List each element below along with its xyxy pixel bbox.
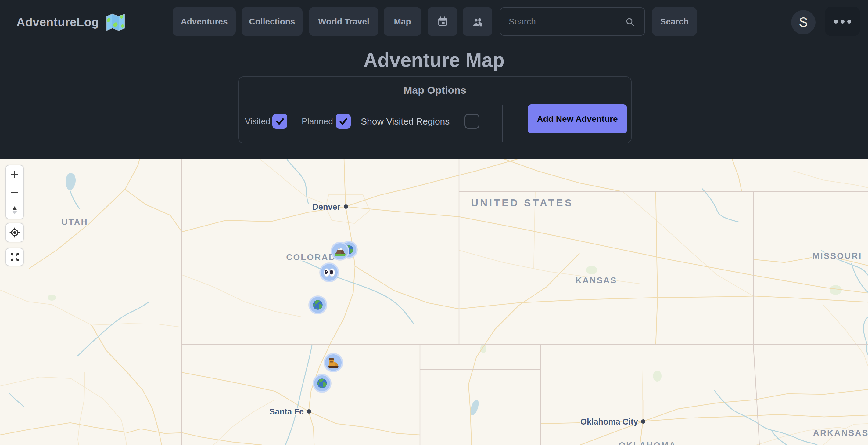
adventurelog-app: { "nav": { "logo_text": "AdventureLog", … [0,0,868,445]
minor-roads [0,159,868,445]
avatar-initial: S [799,14,808,30]
region-label-missouri: MISSOURI [812,251,862,261]
planned-toggle-label: Planned [302,114,333,129]
checkmark-icon [275,116,285,127]
rivers [9,159,868,445]
city-dot [344,205,348,209]
add-new-adventure-button[interactable]: Add New Adventure [528,105,627,134]
mountain-emoji [333,244,347,258]
more-menu-button[interactable] [825,7,860,36]
visited-checkbox[interactable] [272,114,287,129]
city-label: Santa Fe [269,407,304,416]
nav-item-world-travel[interactable]: World Travel [309,7,378,36]
lakes [66,173,480,416]
search-button[interactable]: Search [652,7,697,36]
add-button-label: Add New Adventure [537,114,618,124]
region-label-united-states: UNITED STATES [471,197,573,208]
planned-checkbox[interactable] [336,114,351,129]
app-logo-text: AdventureLog [17,16,99,29]
nav-item-adventures[interactable]: Adventures [173,7,236,36]
app-logo[interactable]: AdventureLog [17,0,126,44]
minus-icon [9,187,20,198]
options-divider [502,105,503,142]
checkmark-icon [338,116,349,127]
fullscreen-icon [9,251,20,263]
fullscreen-button[interactable] [5,248,24,266]
map-options-card: Map Options Visited Planned Show Visited… [238,76,632,144]
zoom-in-button[interactable] [6,166,23,183]
nav-item-label: Collections [249,17,295,27]
user-avatar[interactable]: S [791,10,815,34]
visited-toggle-label: Visited [245,114,271,129]
shared-users-button[interactable] [463,7,492,36]
nav-item-label: World Travel [318,17,369,27]
eyes-emoji [322,266,336,279]
adventure-marker-globe[interactable] [309,296,327,314]
map-canvas[interactable]: UTAH COLORADO UNITED STATES KANSAS MISSO… [0,159,868,445]
nav-item-collections[interactable]: Collections [242,7,303,36]
globe-emoji [316,377,329,390]
compass-button[interactable] [6,201,23,219]
ellipsis-icon [834,20,851,24]
map-options-title: Map Options [239,84,631,96]
hiking-boot-emoji [327,356,340,369]
nav-item-label: Map [394,17,411,27]
navbar: AdventureLog Adventures Collections Worl… [0,0,868,44]
city-label: Oklahoma City [580,417,638,426]
zoom-out-button[interactable] [6,183,23,201]
page-title: Adventure Map [0,49,868,71]
geolocate-button[interactable] [5,223,24,242]
adventure-marker-hiking-boot[interactable] [324,353,343,372]
adventure-marker-eyes[interactable] [320,263,339,282]
search-input[interactable] [500,7,645,36]
major-roads [0,159,868,445]
calendar-icon [436,16,448,28]
map-base-art: UTAH COLORADO UNITED STATES KANSAS MISSO… [0,159,868,445]
globe-emoji [311,298,324,311]
calendar-button[interactable] [428,7,458,36]
city-dot [641,419,645,424]
adventure-marker-globe[interactable] [313,374,331,392]
region-label-utah: UTAH [61,217,88,227]
region-label-arkansas: ARKANSAS [813,428,868,438]
zoom-control-group [5,165,24,219]
city-dot [307,409,311,414]
compass-icon [9,205,20,215]
show-visited-regions-checkbox[interactable] [465,114,479,129]
search-button-label: Search [660,17,689,27]
city-santa-fe: Santa Fe [269,407,311,416]
users-icon [471,15,484,28]
nav-item-map[interactable]: Map [384,7,421,36]
city-oklahoma-city: Oklahoma City [580,417,645,426]
adventure-marker-mountain[interactable] [331,242,349,260]
region-label-oklahoma: OKLAHOMA [619,440,677,445]
geolocate-icon [9,227,21,238]
region-label-kansas: KANSAS [576,276,617,285]
plus-icon [9,169,20,179]
nav-item-label: Adventures [181,17,227,27]
city-label: Denver [312,202,340,211]
park-areas [48,266,842,382]
show-visited-regions-label: Show Visited Regions [361,114,450,129]
world-map-emoji [105,13,126,31]
